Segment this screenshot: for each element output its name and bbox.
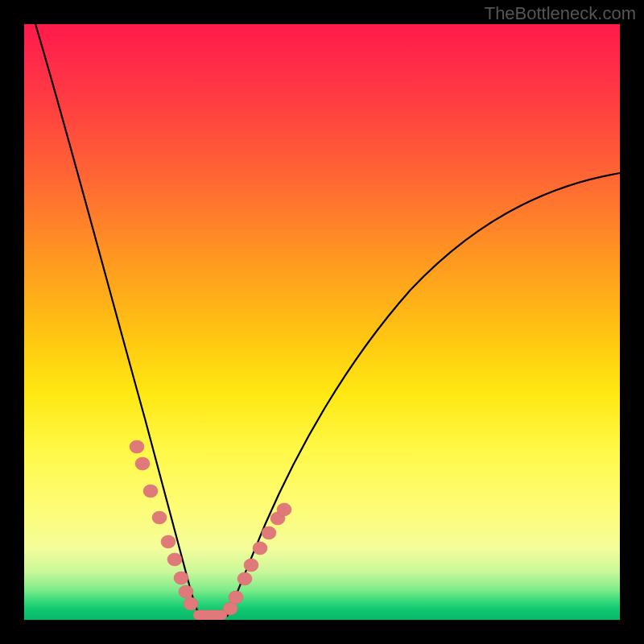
svg-point-6 <box>174 572 188 584</box>
svg-point-3 <box>152 511 167 524</box>
svg-point-2 <box>143 485 158 497</box>
svg-point-0 <box>130 440 144 453</box>
svg-point-8 <box>184 597 198 610</box>
plot-area <box>24 24 620 620</box>
right-curve <box>227 173 620 617</box>
svg-point-16 <box>277 503 291 516</box>
svg-point-1 <box>135 457 150 470</box>
svg-point-14 <box>262 526 276 539</box>
svg-point-11 <box>237 572 252 585</box>
bottom-connector-pill <box>193 610 227 620</box>
chart-frame: TheBottleneck.com <box>0 0 644 644</box>
watermark-text: TheBottleneck.com <box>485 5 636 23</box>
svg-point-13 <box>253 542 267 555</box>
svg-point-10 <box>229 591 243 604</box>
svg-point-5 <box>167 553 182 566</box>
svg-point-12 <box>244 559 258 572</box>
svg-point-7 <box>179 585 193 598</box>
curves-layer <box>24 24 620 620</box>
beads-left <box>130 440 198 610</box>
beads-right <box>223 503 291 615</box>
left-curve <box>35 24 200 617</box>
svg-point-4 <box>161 535 175 548</box>
